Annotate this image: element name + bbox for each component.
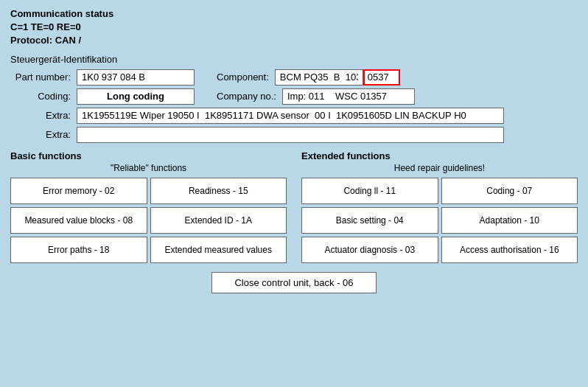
- access-authorisation-button[interactable]: Access authorisation - 16: [441, 237, 578, 263]
- comm-status-line2: C=1 TE=0 RE=0: [10, 21, 578, 34]
- extended-id-button[interactable]: Extended ID - 1A: [150, 207, 287, 234]
- extended-measured-values-button[interactable]: Extended measured values: [150, 237, 287, 263]
- component-input-highlight[interactable]: [363, 69, 400, 86]
- close-button-area: Close control unit, back - 06: [10, 272, 578, 293]
- coding-input[interactable]: [77, 88, 195, 105]
- part-number-row: Part number: Component:: [10, 69, 578, 86]
- readiness-button[interactable]: Readiness - 15: [150, 178, 287, 204]
- extended-functions-title: Extended functions: [301, 150, 578, 161]
- comm-status-section: Communication status C=1 TE=0 RE=0 Proto…: [10, 7, 578, 48]
- component-group: Component:: [217, 69, 400, 86]
- measured-value-blocks-button[interactable]: Measured value blocks - 08: [10, 207, 147, 234]
- extra-row-2: Extra:: [10, 127, 578, 143]
- company-input[interactable]: [282, 88, 415, 105]
- extra-label-2: Extra:: [10, 129, 77, 140]
- coding-row: Coding: Company no.:: [10, 88, 578, 105]
- extra-input-1[interactable]: [77, 108, 504, 124]
- comm-status-line3: Protocol: CAN /: [10, 34, 578, 47]
- extended-functions-section: Extended functions Heed repair guideline…: [301, 150, 578, 263]
- comm-status-line1: Communication status: [10, 7, 578, 21]
- functions-area: Basic functions "Reliable" functions Err…: [10, 150, 578, 263]
- extra-input-2[interactable]: [77, 127, 504, 143]
- company-label: Company no.:: [217, 91, 282, 102]
- steuergeraet-title: Steuergerät-Identifikation: [10, 54, 578, 65]
- company-group: Company no.:: [217, 88, 415, 105]
- component-input-main[interactable]: [275, 69, 363, 86]
- part-number-input[interactable]: [77, 69, 195, 86]
- part-number-label: Part number:: [10, 72, 77, 83]
- error-paths-button[interactable]: Error paths - 18: [10, 237, 147, 263]
- coding-button[interactable]: Coding - 07: [441, 178, 578, 204]
- close-control-unit-button[interactable]: Close control unit, back - 06: [211, 272, 376, 293]
- basic-functions-subtitle: "Reliable" functions: [10, 163, 287, 173]
- actuator-diagnosis-button[interactable]: Actuator diagnosis - 03: [301, 237, 438, 263]
- coding-label: Coding:: [10, 91, 77, 102]
- basic-functions-section: Basic functions "Reliable" functions Err…: [10, 150, 287, 263]
- coding-ll-button[interactable]: Coding ll - 11: [301, 178, 438, 204]
- error-memory-button[interactable]: Error memory - 02: [10, 178, 147, 204]
- basic-setting-button[interactable]: Basic setting - 04: [301, 207, 438, 234]
- adaptation-button[interactable]: Adaptation - 10: [441, 207, 578, 234]
- extended-functions-grid: Coding ll - 11 Coding - 07 Basic setting…: [301, 178, 578, 263]
- basic-functions-grid: Error memory - 02 Readiness - 15 Measure…: [10, 178, 287, 263]
- basic-functions-title: Basic functions: [10, 150, 287, 161]
- steuergeraet-section: Steuergerät-Identifikation Part number: …: [10, 54, 578, 143]
- component-label: Component:: [217, 72, 275, 83]
- extended-functions-subtitle: Heed repair guidelines!: [301, 163, 578, 173]
- extra-label-1: Extra:: [10, 110, 77, 121]
- extra-row-1: Extra:: [10, 108, 578, 124]
